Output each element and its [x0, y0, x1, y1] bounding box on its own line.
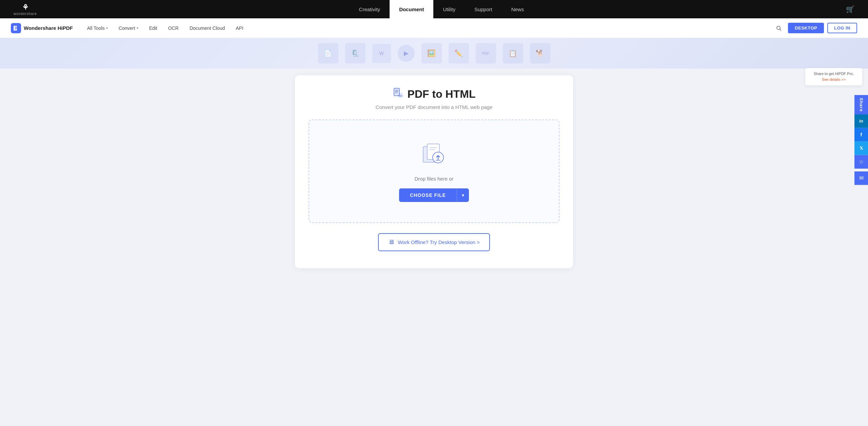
hero-item-7: 📋	[503, 43, 523, 63]
monitor-icon: 🖥	[388, 239, 394, 246]
cart-icon[interactable]: 🛒	[846, 5, 854, 13]
top-nav-right: 🛒	[846, 5, 854, 13]
hero-item-8: 🐕	[530, 43, 550, 63]
drop-text: Drop files here or	[414, 176, 453, 182]
svg-rect-15	[430, 149, 435, 150]
choose-file-button[interactable]: CHOOSE FILE	[399, 188, 457, 202]
top-navigation: ⚘ wondershare Creativity Document Utilit…	[0, 0, 868, 18]
svg-rect-8	[395, 91, 398, 92]
drop-zone[interactable]: Drop files here or CHOOSE FILE ▾	[309, 119, 559, 223]
bookmark-button[interactable]: ☆	[854, 155, 868, 169]
page-title: </> PDF to HTML	[309, 88, 559, 101]
linkedin-icon: in	[859, 118, 863, 124]
svg-rect-14	[430, 147, 437, 148]
hipdf-brand[interactable]: Wondershare HiPDF	[11, 23, 73, 33]
nav-support[interactable]: Support	[465, 0, 502, 18]
nav-news[interactable]: News	[502, 0, 534, 18]
main-content: </> PDF to HTML Convert your PDF documen…	[0, 69, 868, 282]
choose-file-group: CHOOSE FILE ▾	[399, 188, 469, 202]
choose-file-dropdown-button[interactable]: ▾	[457, 188, 469, 202]
share-promo-link[interactable]: See details >>	[822, 77, 846, 81]
nav-all-tools[interactable]: All Tools ▾	[82, 23, 113, 33]
search-button[interactable]	[773, 22, 785, 34]
star-icon: ☆	[859, 159, 864, 165]
share-promo: Share to get HiPDF Pro. See details >>	[805, 68, 863, 86]
top-nav-links: Creativity Document Utility Support News	[350, 0, 534, 18]
hero-banner: 📄 🗜️ W ▶ 🖼️ ✏️ PDF 📋 🐕	[0, 38, 868, 69]
upload-icon	[420, 141, 448, 169]
upload-svg-icon	[420, 141, 448, 168]
search-icon	[776, 25, 782, 31]
login-button[interactable]: LOG IN	[827, 23, 857, 33]
converter-card: </> PDF to HTML Convert your PDF documen…	[295, 75, 573, 268]
hero-item-2: 🗜️	[345, 43, 366, 63]
share-sidebar: Share in f 𝕏 ☆ ✉	[854, 95, 868, 185]
share-promo-text: Share to get HiPDF Pro.	[810, 72, 857, 76]
nav-ocr[interactable]: OCR	[163, 23, 183, 33]
facebook-icon: f	[861, 132, 862, 137]
wondershare-logo[interactable]: ⚘ wondershare	[14, 3, 37, 16]
secondary-navigation: Wondershare HiPDF All Tools ▾ Convert ▾ …	[0, 18, 868, 38]
facebook-share-button[interactable]: f	[854, 128, 868, 142]
linkedin-share-button[interactable]: in	[854, 114, 868, 128]
nav-document-cloud[interactable]: Document Cloud	[185, 23, 230, 33]
hero-item-1: 📄	[318, 43, 338, 63]
secondary-nav-right: DESKTOP LOG IN	[773, 22, 857, 34]
chevron-down-icon: ▾	[137, 26, 138, 30]
share-label[interactable]: Share	[854, 95, 868, 114]
hero-item-4: 🖼️	[421, 43, 442, 63]
hipdf-icon	[11, 23, 21, 33]
svg-line-5	[780, 29, 781, 31]
twitter-share-button[interactable]: 𝕏	[854, 142, 868, 155]
hero-item-5: ✏️	[449, 43, 469, 63]
svg-rect-3	[15, 29, 16, 30]
nav-document[interactable]: Document	[390, 0, 433, 18]
nav-utility[interactable]: Utility	[433, 0, 465, 18]
hero-play-button[interactable]: ▶	[398, 45, 415, 62]
hero-item-3: W	[372, 44, 391, 63]
nav-convert[interactable]: Convert ▾	[114, 23, 143, 33]
twitter-icon: 𝕏	[860, 146, 863, 151]
desktop-cta-link[interactable]: 🖥 Work Offline? Try Desktop Version >	[378, 233, 490, 251]
hipdf-name: Wondershare HiPDF	[24, 25, 73, 31]
email-icon: ✉	[859, 175, 864, 181]
svg-rect-7	[395, 90, 398, 91]
pdf-html-icon: </>	[393, 88, 403, 101]
chevron-down-icon: ▾	[106, 26, 108, 30]
nav-api[interactable]: API	[231, 23, 248, 33]
hero-banner-content: 📄 🗜️ W ▶ 🖼️ ✏️ PDF 📋 🐕	[318, 43, 550, 63]
nav-edit[interactable]: Edit	[144, 23, 162, 33]
desktop-button[interactable]: DESKTOP	[788, 23, 824, 33]
desktop-cta-text: Work Offline? Try Desktop Version >	[398, 239, 480, 245]
chevron-down-icon: ▾	[462, 192, 464, 198]
svg-rect-2	[15, 28, 17, 29]
page-subtitle: Convert your PDF document into a HTML we…	[309, 104, 559, 110]
email-share-button[interactable]: ✉	[854, 171, 868, 185]
pdf-html-title-icon: </>	[393, 88, 403, 98]
logo-icon: ⚘	[22, 3, 28, 12]
nav-creativity[interactable]: Creativity	[350, 0, 390, 18]
svg-rect-9	[395, 93, 397, 93]
svg-text:</>: </>	[398, 94, 402, 97]
hero-item-6: PDF	[476, 43, 496, 63]
svg-rect-1	[15, 27, 17, 27]
secondary-nav-links: All Tools ▾ Convert ▾ Edit OCR Document …	[82, 23, 773, 33]
logo-text: wondershare	[14, 12, 37, 16]
